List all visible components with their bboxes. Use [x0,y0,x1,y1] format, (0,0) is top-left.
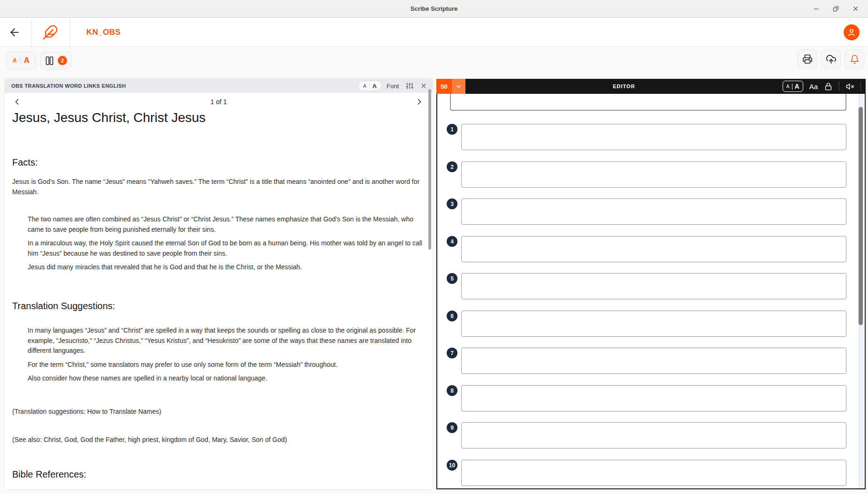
translation-note: (Translation suggestions: How to Transla… [12,407,422,417]
chevron-right-icon[interactable] [415,97,424,106]
verse-input[interactable] [461,161,846,188]
resource-font-increase[interactable]: A [373,83,377,90]
layout-count-badge: 2 [58,56,67,65]
facts-point: Jesus did many miracles that revealed th… [28,262,422,273]
window-titlebar: Scribe Scripture [0,0,868,18]
lock-icon[interactable] [824,82,833,91]
divider [839,81,839,91]
app-header: KN_OBS [0,18,868,47]
editor-scrollbar-track[interactable] [858,94,864,488]
mute-icon[interactable] [845,82,854,91]
resource-pagination: 1 of 1 [5,93,433,111]
project-title: KN_OBS [86,18,121,47]
verse-input[interactable] [461,236,846,262]
article-title: Jesus, Jesus Christ, Christ Jesus [12,113,422,123]
divider [20,56,21,65]
verse-input-partial[interactable] [450,94,846,111]
sync-upload-button[interactable] [821,49,841,69]
verse-row: 8 [437,385,865,411]
editor-title: EDITOR [465,84,783,89]
header-divider [69,18,70,47]
verse-number-badge: 3 [447,198,457,209]
app-window: Scribe Scripture KN_OBS A [0,0,868,494]
verse-number-badge: 10 [447,460,457,471]
verse-number-badge: 6 [447,311,457,321]
font-size-buttons[interactable]: A A [6,52,36,69]
editor-content: 1 2 3 4 5 6 7 [436,94,866,489]
page-indicator: 1 of 1 [5,98,433,106]
avatar[interactable] [844,24,860,40]
verse-number-badge: 1 [447,124,457,135]
close-window-icon[interactable] [849,3,861,15]
translation-points: In many languages “Jesus” and “Christ” a… [28,326,422,384]
verse-input[interactable] [461,385,846,411]
sliders-icon[interactable] [406,82,413,90]
editor-tools: A A Aa [783,81,866,92]
verse-row: 6 [437,311,865,337]
verse-input[interactable] [461,348,846,374]
verse-input[interactable] [461,124,846,150]
translation-suggestions-heading: Translation Suggestions: [12,301,422,312]
resource-scrollbar-thumb[interactable] [428,89,431,250]
font-increase-button[interactable]: A [24,56,30,65]
editor-titlebar: EDITOR A A Aa [465,79,866,94]
chapter-selector[interactable]: 50 [436,79,452,94]
editor-scrollbar-thumb[interactable] [859,107,863,325]
font-menu-button[interactable]: Font [387,83,399,90]
verse-number-badge: 7 [447,348,457,358]
editor-font-size-buttons[interactable]: A A [783,81,803,92]
header-divider [31,18,31,47]
verse-row: 7 [437,348,865,374]
feather-logo-icon [42,24,58,40]
verse-row: 1 [437,124,865,150]
back-button[interactable] [8,26,21,39]
facts-points: The two names are often combined as “Jes… [28,214,422,273]
verse-number-badge: 2 [447,161,457,172]
bible-references-heading: Bible References: [12,470,422,480]
toolbar: A A 2 [0,47,868,75]
divider [792,84,792,90]
facts-point: In a miraculous way, the Holy Spirit cau… [28,238,422,258]
editor-font-increase[interactable]: A [795,83,799,90]
resource-font-size-buttons[interactable]: A A [358,81,381,91]
verse-row: 3 [437,198,865,225]
divider [860,81,861,91]
verse-input[interactable] [461,460,846,486]
verse-row: 5 [437,273,865,299]
cloud-upload-icon [826,54,837,65]
chevron-down-icon[interactable] [452,79,465,94]
verse-row: 2 [437,161,865,188]
window-controls [810,0,861,17]
close-panel-icon[interactable] [420,83,427,89]
notifications-button[interactable] [845,49,864,69]
minimize-icon[interactable] [810,3,822,15]
translation-point: Also consider how these names are spelle… [28,373,422,384]
facts-point: The two names are often combined as “Jes… [28,214,422,235]
verse-input[interactable] [461,198,846,225]
verse-row: 9 [437,422,865,448]
verse-row: 10 [437,460,865,486]
resource-panel: OBS TRANSLATION WORD LINKS ENGLISH A A F… [5,79,433,489]
bell-icon [850,54,860,64]
columns-icon [45,56,54,66]
translation-point: In many languages “Jesus” and “Christ” a… [28,326,422,356]
translation-point: For the term “Christ,” some translators … [28,360,422,370]
verse-input[interactable] [461,311,846,337]
article-content: Jesus, Jesus Christ, Christ Jesus Facts:… [12,111,422,486]
editor-font-decrease[interactable]: A [786,84,790,89]
layout-columns-button[interactable]: 2 [40,52,71,69]
font-decrease-button[interactable]: A [13,57,17,64]
restore-icon[interactable] [830,3,842,15]
verse-input[interactable] [461,273,846,299]
font-family-button[interactable]: Aa [809,83,818,91]
verse-number-badge: 5 [447,273,457,284]
resource-font-decrease[interactable]: A [363,84,366,89]
editor-topbar: 50 EDITOR A A Aa [436,79,866,94]
verse-number-badge: 9 [447,422,457,433]
verse-number-badge: 4 [447,236,457,247]
facts-heading: Facts: [12,158,422,168]
verse-input[interactable] [461,422,846,448]
editor-panel: 50 EDITOR A A Aa [436,79,866,489]
print-button[interactable] [798,49,817,69]
window-title: Scribe Scripture [411,5,457,12]
